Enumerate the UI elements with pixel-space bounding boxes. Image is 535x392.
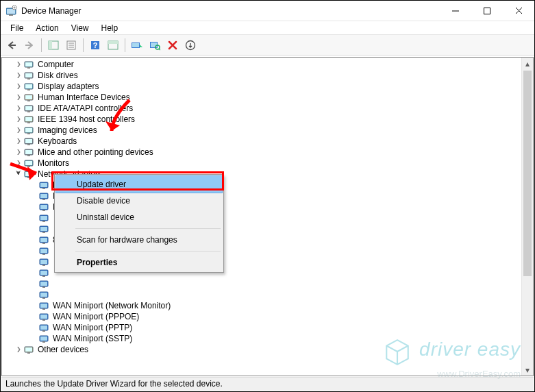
tree-category[interactable]: Keyboards [2,136,521,147]
tree-category[interactable]: IEEE 1394 host controllers [2,114,521,125]
svg-rect-44 [27,155,30,156]
tree-category[interactable]: Human Interface Devices [2,92,521,103]
tree-device[interactable] [2,278,521,289]
forward-button[interactable] [21,37,38,53]
context-scan-hardware[interactable]: Scan for hardware changes [56,232,222,248]
expander-icon[interactable] [14,159,23,167]
svg-rect-59 [42,210,45,211]
svg-rect-32 [27,111,30,112]
svg-rect-92 [42,330,45,332]
tree-category[interactable]: Computer [2,59,521,70]
close-button[interactable] [503,1,534,21]
scroll-up-icon[interactable]: ▴ [522,58,533,69]
update-driver-toolbar-button[interactable] [129,37,145,53]
expander-icon[interactable] [14,137,23,145]
tree-device[interactable]: WAN Miniport (PPTP) [2,322,521,333]
vertical-scrollbar[interactable]: ▴ ▾ [521,58,533,376]
expander-icon[interactable] [14,93,23,101]
network-adapter-icon [39,257,50,267]
tree-category[interactable]: IDE ATA/ATAPI controllers [2,103,521,114]
expander-icon[interactable] [14,71,23,79]
tree-label: Computer [38,59,74,70]
context-update-driver[interactable]: Update driver [55,175,223,193]
properties-toolbar-button[interactable] [63,37,79,53]
svg-rect-62 [42,221,45,222]
menu-help[interactable]: Help [96,22,124,34]
category-icon [24,147,35,157]
svg-rect-58 [40,205,47,209]
svg-rect-2 [9,14,13,16]
svg-rect-89 [42,319,45,321]
svg-rect-49 [25,172,32,176]
tree-label: WAN Miniport (Network Monitor) [53,300,171,311]
svg-rect-83 [42,297,45,299]
expander-icon[interactable] [14,115,23,123]
svg-rect-40 [25,139,32,143]
context-disable-device[interactable]: Disable device [56,193,222,209]
action-toolbar-button[interactable] [105,37,121,53]
expander-icon[interactable] [14,170,23,178]
uninstall-toolbar-button[interactable] [164,37,181,53]
svg-rect-94 [40,336,47,341]
back-button[interactable] [3,37,20,53]
tree-device[interactable]: WAN Miniport (SSTP) [2,333,521,344]
scroll-down-icon[interactable]: ▾ [522,364,533,376]
svg-rect-38 [27,133,30,134]
tree-device[interactable] [2,289,521,300]
svg-rect-67 [40,238,47,242]
menu-view[interactable]: View [66,22,95,34]
tree-category[interactable]: Other devices [2,344,521,355]
svg-rect-88 [40,315,47,319]
tree-label: Other devices [38,344,88,355]
app-icon [6,5,17,16]
menu-file[interactable]: File [5,22,29,34]
svg-rect-23 [27,78,30,79]
expander-icon[interactable] [14,345,23,354]
disable-toolbar-button[interactable] [182,37,199,53]
svg-rect-31 [25,106,32,110]
show-hide-console-tree-button[interactable] [45,37,62,53]
menu-action[interactable]: Action [30,22,64,34]
tree-category[interactable]: Display adapters [2,81,521,92]
svg-rect-73 [40,260,47,264]
scan-hardware-toolbar-button[interactable] [147,37,163,53]
scrollbar-thumb[interactable] [523,71,532,276]
context-properties[interactable]: Properties [56,254,222,271]
svg-rect-52 [40,183,47,187]
tree-label: Mice and other pointing devices [38,147,153,158]
tree-category[interactable]: Disk drives [2,70,521,81]
help-toolbar-button[interactable]: ? [87,37,103,53]
svg-rect-28 [25,95,32,99]
svg-rect-77 [42,275,45,277]
tree-category[interactable]: Imaging devices [2,125,521,136]
tree-label: Disk drives [38,70,78,81]
svg-rect-61 [40,216,47,220]
expander-icon[interactable] [14,60,23,69]
network-adapter-icon [39,213,50,223]
svg-rect-43 [25,150,32,154]
network-adapter-icon [39,323,50,332]
tree-label: Display adapters [38,81,99,92]
category-icon [24,82,35,91]
status-text: Launches the Update Driver Wizard for th… [5,379,223,389]
minimize-button[interactable] [440,1,471,21]
category-icon [24,114,35,124]
svg-rect-65 [42,232,45,233]
svg-rect-82 [40,293,47,297]
network-adapter-icon [39,268,50,278]
tree-category[interactable]: Monitors [2,158,521,169]
tree-category[interactable]: Mice and other pointing devices [2,147,521,158]
svg-rect-53 [42,188,45,189]
svg-rect-50 [27,177,30,178]
expander-icon[interactable] [14,148,23,156]
expander-icon[interactable] [14,82,23,90]
maximize-button[interactable] [471,1,503,21]
tree-device[interactable]: WAN Miniport (PPPOE) [2,311,521,322]
context-menu: Update driver Disable device Uninstall d… [54,174,224,273]
expander-icon[interactable] [14,126,23,134]
svg-rect-34 [25,117,32,121]
svg-rect-55 [40,194,47,198]
tree-device[interactable]: WAN Miniport (Network Monitor) [2,300,521,311]
context-uninstall-device[interactable]: Uninstall device [56,209,222,225]
expander-icon[interactable] [14,104,23,112]
